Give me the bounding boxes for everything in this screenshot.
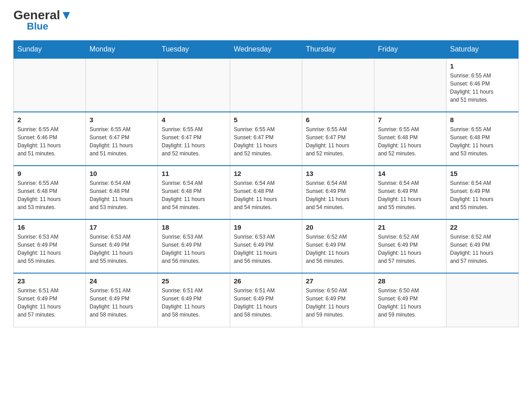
day-number: 26 (234, 277, 298, 285)
calendar-week-1: 1Sunrise: 6:55 AM Sunset: 6:46 PM Daylig… (14, 58, 519, 112)
logo-triangle-icon: ▼ (60, 8, 73, 22)
calendar-week-3: 9Sunrise: 6:55 AM Sunset: 6:48 PM Daylig… (14, 166, 519, 219)
weekday-header-row: SundayMondayTuesdayWednesdayThursdayFrid… (14, 41, 519, 59)
calendar-cell: 8Sunrise: 6:55 AM Sunset: 6:48 PM Daylig… (446, 112, 519, 166)
day-info: Sunrise: 6:52 AM Sunset: 6:49 PM Dayligh… (450, 233, 515, 265)
day-number: 27 (306, 277, 370, 285)
calendar-cell: 7Sunrise: 6:55 AM Sunset: 6:48 PM Daylig… (374, 112, 446, 166)
calendar-cell: 2Sunrise: 6:55 AM Sunset: 6:46 PM Daylig… (14, 112, 86, 166)
day-info: Sunrise: 6:51 AM Sunset: 6:49 PM Dayligh… (162, 287, 226, 319)
day-info: Sunrise: 6:53 AM Sunset: 6:49 PM Dayligh… (234, 233, 298, 265)
day-number: 5 (234, 116, 298, 124)
calendar-header: SundayMondayTuesdayWednesdayThursdayFrid… (14, 41, 519, 59)
day-info: Sunrise: 6:51 AM Sunset: 6:49 PM Dayligh… (234, 287, 298, 319)
day-number: 12 (234, 170, 298, 177)
calendar-cell: 9Sunrise: 6:55 AM Sunset: 6:48 PM Daylig… (14, 166, 86, 219)
calendar-cell: 23Sunrise: 6:51 AM Sunset: 6:49 PM Dayli… (14, 273, 86, 327)
day-number: 25 (162, 277, 226, 285)
calendar-cell: 17Sunrise: 6:53 AM Sunset: 6:49 PM Dayli… (86, 219, 158, 273)
calendar-table: SundayMondayTuesdayWednesdayThursdayFrid… (13, 40, 519, 327)
day-number: 3 (90, 116, 154, 124)
weekday-header-friday: Friday (374, 41, 446, 59)
day-info: Sunrise: 6:53 AM Sunset: 6:49 PM Dayligh… (90, 233, 154, 265)
weekday-header-sunday: Sunday (14, 41, 86, 59)
day-info: Sunrise: 6:52 AM Sunset: 6:49 PM Dayligh… (306, 233, 370, 265)
calendar-cell: 18Sunrise: 6:53 AM Sunset: 6:49 PM Dayli… (158, 219, 230, 273)
logo: General▼ Blue (13, 9, 73, 31)
day-info: Sunrise: 6:50 AM Sunset: 6:49 PM Dayligh… (378, 287, 442, 319)
calendar-cell (302, 58, 374, 112)
calendar-cell: 26Sunrise: 6:51 AM Sunset: 6:49 PM Dayli… (230, 273, 302, 327)
calendar-cell: 19Sunrise: 6:53 AM Sunset: 6:49 PM Dayli… (230, 219, 302, 273)
logo-blue-text: Blue (27, 21, 48, 31)
calendar-cell: 15Sunrise: 6:54 AM Sunset: 6:49 PM Dayli… (446, 166, 519, 219)
day-info: Sunrise: 6:55 AM Sunset: 6:47 PM Dayligh… (162, 125, 226, 158)
day-info: Sunrise: 6:55 AM Sunset: 6:48 PM Dayligh… (17, 179, 82, 211)
day-number: 9 (17, 170, 82, 177)
calendar-cell (446, 273, 519, 327)
day-info: Sunrise: 6:55 AM Sunset: 6:46 PM Dayligh… (17, 125, 82, 158)
calendar-cell: 14Sunrise: 6:54 AM Sunset: 6:49 PM Dayli… (374, 166, 446, 219)
day-number: 15 (450, 170, 515, 177)
day-number: 8 (450, 116, 515, 124)
day-number: 20 (306, 223, 370, 231)
calendar-cell (14, 58, 86, 112)
calendar-cell (374, 58, 446, 112)
day-number: 13 (306, 170, 370, 177)
day-number: 24 (90, 277, 154, 285)
calendar-cell: 27Sunrise: 6:50 AM Sunset: 6:49 PM Dayli… (302, 273, 374, 327)
calendar-cell (86, 58, 158, 112)
day-number: 21 (378, 223, 442, 231)
calendar-cell (158, 58, 230, 112)
day-info: Sunrise: 6:54 AM Sunset: 6:48 PM Dayligh… (234, 179, 298, 211)
calendar-cell: 1Sunrise: 6:55 AM Sunset: 6:46 PM Daylig… (446, 58, 519, 112)
day-info: Sunrise: 6:50 AM Sunset: 6:49 PM Dayligh… (306, 287, 370, 319)
day-info: Sunrise: 6:54 AM Sunset: 6:49 PM Dayligh… (450, 179, 515, 211)
day-info: Sunrise: 6:54 AM Sunset: 6:48 PM Dayligh… (90, 179, 154, 211)
day-info: Sunrise: 6:55 AM Sunset: 6:48 PM Dayligh… (378, 125, 442, 158)
day-number: 23 (17, 277, 82, 285)
weekday-header-wednesday: Wednesday (230, 41, 302, 59)
calendar-cell: 21Sunrise: 6:52 AM Sunset: 6:49 PM Dayli… (374, 219, 446, 273)
logo-general-text: General▼ (13, 9, 73, 21)
calendar-cell: 28Sunrise: 6:50 AM Sunset: 6:49 PM Dayli… (374, 273, 446, 327)
day-info: Sunrise: 6:51 AM Sunset: 6:49 PM Dayligh… (17, 287, 82, 319)
calendar-cell: 24Sunrise: 6:51 AM Sunset: 6:49 PM Dayli… (86, 273, 158, 327)
calendar-cell (230, 58, 302, 112)
calendar-cell: 4Sunrise: 6:55 AM Sunset: 6:47 PM Daylig… (158, 112, 230, 166)
calendar-cell: 11Sunrise: 6:54 AM Sunset: 6:48 PM Dayli… (158, 166, 230, 219)
day-info: Sunrise: 6:55 AM Sunset: 6:46 PM Dayligh… (450, 72, 515, 104)
calendar-week-4: 16Sunrise: 6:53 AM Sunset: 6:49 PM Dayli… (14, 219, 519, 273)
calendar-cell: 20Sunrise: 6:52 AM Sunset: 6:49 PM Dayli… (302, 219, 374, 273)
calendar-body: 1Sunrise: 6:55 AM Sunset: 6:46 PM Daylig… (14, 58, 519, 327)
day-info: Sunrise: 6:54 AM Sunset: 6:49 PM Dayligh… (378, 179, 442, 211)
day-info: Sunrise: 6:51 AM Sunset: 6:49 PM Dayligh… (90, 287, 154, 319)
day-info: Sunrise: 6:55 AM Sunset: 6:48 PM Dayligh… (450, 125, 515, 158)
day-number: 11 (162, 170, 226, 177)
day-number: 19 (234, 223, 298, 231)
day-number: 17 (90, 223, 154, 231)
calendar-cell: 6Sunrise: 6:55 AM Sunset: 6:47 PM Daylig… (302, 112, 374, 166)
calendar-cell: 12Sunrise: 6:54 AM Sunset: 6:48 PM Dayli… (230, 166, 302, 219)
day-number: 6 (306, 116, 370, 124)
day-number: 18 (162, 223, 226, 231)
calendar-cell: 13Sunrise: 6:54 AM Sunset: 6:49 PM Dayli… (302, 166, 374, 219)
calendar-cell: 3Sunrise: 6:55 AM Sunset: 6:47 PM Daylig… (86, 112, 158, 166)
day-number: 10 (90, 170, 154, 177)
page-header: General▼ Blue (13, 9, 519, 31)
day-number: 22 (450, 223, 515, 231)
calendar-week-5: 23Sunrise: 6:51 AM Sunset: 6:49 PM Dayli… (14, 273, 519, 327)
calendar-week-2: 2Sunrise: 6:55 AM Sunset: 6:46 PM Daylig… (14, 112, 519, 166)
day-number: 16 (17, 223, 82, 231)
calendar-cell: 16Sunrise: 6:53 AM Sunset: 6:49 PM Dayli… (14, 219, 86, 273)
calendar-cell: 5Sunrise: 6:55 AM Sunset: 6:47 PM Daylig… (230, 112, 302, 166)
day-number: 14 (378, 170, 442, 177)
day-info: Sunrise: 6:55 AM Sunset: 6:47 PM Dayligh… (90, 125, 154, 158)
day-number: 28 (378, 277, 442, 285)
calendar-cell: 22Sunrise: 6:52 AM Sunset: 6:49 PM Dayli… (446, 219, 519, 273)
day-number: 7 (378, 116, 442, 124)
calendar-cell: 25Sunrise: 6:51 AM Sunset: 6:49 PM Dayli… (158, 273, 230, 327)
weekday-header-thursday: Thursday (302, 41, 374, 59)
weekday-header-saturday: Saturday (446, 41, 519, 59)
weekday-header-monday: Monday (86, 41, 158, 59)
